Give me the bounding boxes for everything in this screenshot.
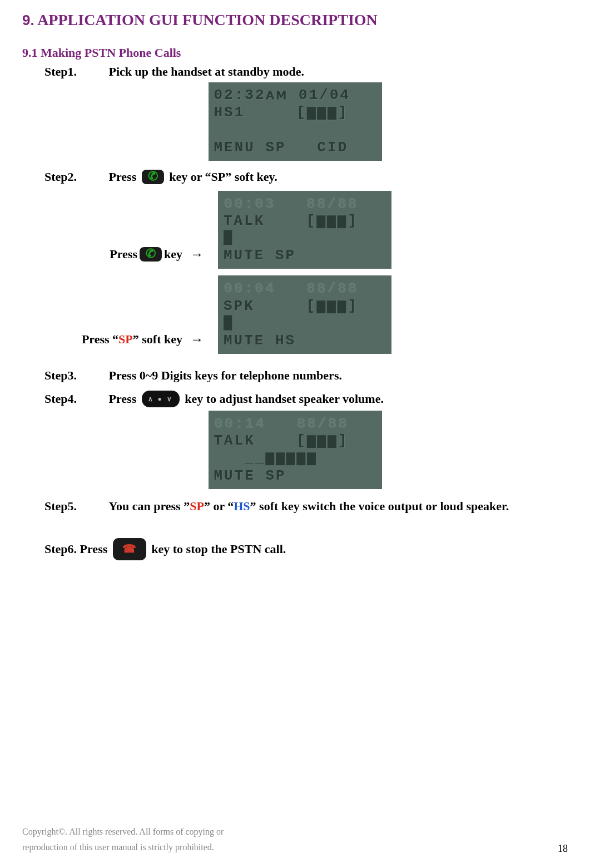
arrow-icon: → bbox=[190, 332, 204, 347]
screen-spk: 00:04 88/88 SPK [▆▆▆] █ MUTE HS bbox=[218, 275, 391, 354]
footer: Copyright©. All rights reserved. All for… bbox=[22, 827, 568, 852]
step4-label: Step4. bbox=[44, 392, 106, 406]
screen-line: TALK [▆▆▆] bbox=[214, 432, 376, 450]
call-key-icon bbox=[140, 247, 162, 262]
step5-post: ” soft key switch the voice output or lo… bbox=[250, 499, 509, 513]
call-key-icon bbox=[142, 170, 164, 184]
step6-pre: Step6. Press bbox=[44, 542, 111, 556]
page-number: 18 bbox=[558, 843, 568, 855]
step5: Step5. You can press ”SP” or “HS” soft k… bbox=[44, 499, 568, 514]
screen-line: 00:04 88/88 bbox=[224, 280, 386, 297]
screen-line: MUTE SP bbox=[214, 467, 376, 485]
section-title: 9. APPLICATION GUI FUNCTION DESCRIPTION bbox=[22, 11, 568, 29]
section-number: 9. bbox=[22, 12, 34, 28]
step4: Step4. Press key to adjust handset speak… bbox=[44, 391, 568, 407]
sp-softkey-text: SP bbox=[118, 332, 133, 347]
footer-line1: Copyright©. All rights reserved. All for… bbox=[22, 827, 568, 837]
step2-pre: Press bbox=[109, 170, 137, 184]
step5-mid: ” or “ bbox=[204, 499, 234, 513]
step1-label: Step1. bbox=[44, 65, 106, 79]
step4-post: key to adjust handset speaker volume. bbox=[185, 392, 384, 406]
step2b-label: Press “SP” soft key → bbox=[44, 332, 211, 357]
step5-label: Step5. bbox=[44, 499, 106, 514]
step2-post: key or “SP” soft key. bbox=[169, 170, 277, 184]
subsection-title: 9.1 Making PSTN Phone Calls bbox=[22, 46, 568, 60]
arrow-icon: → bbox=[190, 246, 204, 262]
screen-line: 02:32ᴀᴍ 01/04 bbox=[214, 87, 376, 104]
screen-line: 00:14 88/88 bbox=[214, 415, 376, 432]
press-text: Press bbox=[110, 247, 137, 262]
step3-text: Press 0~9 Digits keys for telephone numb… bbox=[109, 368, 342, 382]
screen-line: MENU SP CID bbox=[214, 139, 376, 156]
screen-line bbox=[214, 121, 376, 139]
step2: Step2. Press key or “SP” soft key. bbox=[44, 169, 568, 184]
screen-line: █ bbox=[224, 315, 386, 332]
screen-standby: 02:32ᴀᴍ 01/04 HS1 [▆▆▆] MENU SP CID bbox=[209, 82, 382, 161]
screen-line: █ bbox=[224, 230, 386, 247]
step2-row-call: Press key → 00:03 88/88 TALK [▆▆▆] █ MUT… bbox=[44, 188, 568, 273]
step6: Step6. Press key to stop the PSTN call. bbox=[44, 538, 568, 560]
step6-post: key to stop the PSTN call. bbox=[151, 542, 286, 556]
screen-line: __▆▆▆▆▆ bbox=[214, 450, 376, 467]
step2-row-sp: Press “SP” soft key → 00:04 88/88 SPK [▆… bbox=[44, 272, 568, 357]
step2a-label: Press key → bbox=[44, 246, 211, 272]
key-text: key bbox=[164, 247, 182, 262]
step5-body: You can press ”SP” or “HS” soft key swit… bbox=[109, 499, 548, 514]
screen-line: TALK [▆▆▆] bbox=[224, 213, 386, 230]
hangup-key-icon bbox=[113, 538, 146, 560]
step1: Step1. Pick up the handset at standby mo… bbox=[44, 63, 568, 79]
step3-label: Step3. bbox=[44, 368, 106, 383]
softkey-text: ” soft key bbox=[133, 332, 182, 347]
section-title-text: APPLICATION GUI FUNCTION DESCRIPTION bbox=[34, 11, 378, 28]
step3: Step3. Press 0~9 Digits keys for telepho… bbox=[44, 367, 568, 383]
screen-line: MUTE SP bbox=[224, 247, 386, 264]
hs-softkey-text: HS bbox=[234, 499, 250, 513]
screen-talk: 00:03 88/88 TALK [▆▆▆] █ MUTE SP bbox=[218, 191, 391, 269]
screen-volume: 00:14 88/88 TALK [▆▆▆] __▆▆▆▆▆ MUTE SP bbox=[209, 411, 382, 489]
step2-label: Step2. bbox=[44, 170, 106, 184]
sp-softkey-text: SP bbox=[190, 499, 204, 513]
step5-pre: You can press ” bbox=[109, 499, 190, 513]
volume-key-icon bbox=[142, 391, 180, 407]
screen-line: 00:03 88/88 bbox=[224, 195, 386, 213]
step1-text: Pick up the handset at standby mode. bbox=[109, 65, 304, 78]
screen-line: SPK [▆▆▆] bbox=[224, 298, 386, 315]
press-text: Press “ bbox=[82, 332, 118, 347]
step4-pre: Press bbox=[109, 392, 140, 406]
screen-line: MUTE HS bbox=[224, 332, 386, 349]
screen-line: HS1 [▆▆▆] bbox=[214, 104, 376, 121]
footer-line2: reproduction of this user manual is stri… bbox=[22, 842, 568, 852]
